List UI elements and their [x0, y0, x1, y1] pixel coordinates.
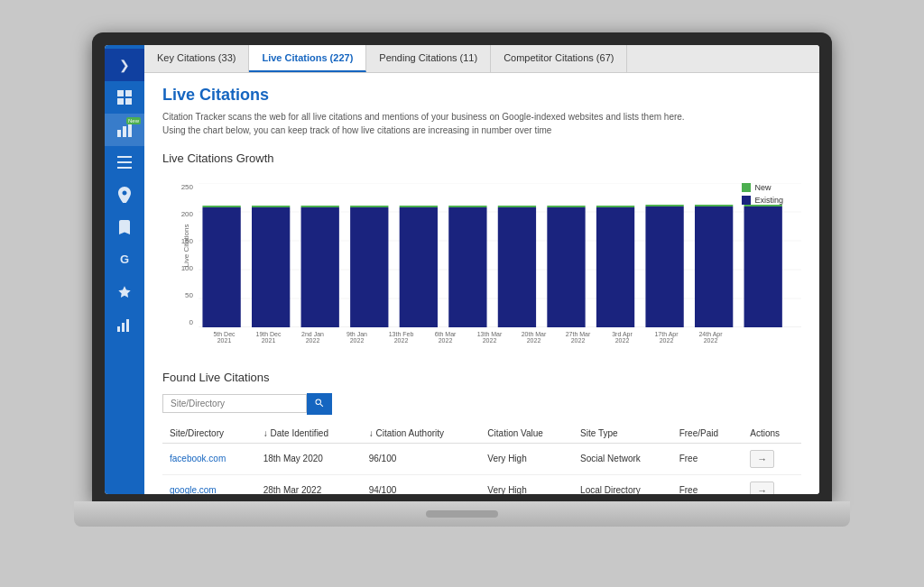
- page-title: Live Citations: [162, 86, 801, 105]
- svg-rect-27: [400, 207, 438, 327]
- screen-content: ❯: [105, 45, 819, 494]
- svg-rect-9: [117, 167, 132, 169]
- laptop-screen: ❯: [92, 32, 832, 501]
- svg-rect-26: [350, 206, 388, 207]
- svg-rect-38: [645, 205, 683, 206]
- sidebar-item-dashboard[interactable]: [105, 81, 144, 114]
- table-row: google.com 28th Mar 2022 94/100 Very Hig…: [162, 474, 801, 494]
- svg-rect-28: [400, 206, 438, 207]
- x-label-8: 27th Mar2022: [556, 331, 600, 344]
- y-label-200: 200: [181, 210, 193, 218]
- svg-rect-41: [744, 206, 782, 327]
- free-facebook: Free: [672, 443, 744, 474]
- action-button-google[interactable]: →: [750, 482, 774, 494]
- svg-rect-36: [596, 206, 634, 207]
- citations-table: Site/Directory ↓ Date Identified ↓ Citat…: [162, 424, 801, 494]
- authority-google: 94/100: [362, 474, 481, 494]
- value-google: Very High: [480, 474, 573, 494]
- list-icon: [116, 154, 133, 170]
- main-content: Key Citations (33) Live Citations (227) …: [144, 45, 819, 494]
- laptop-wrapper: ❯: [74, 32, 850, 555]
- y-label-250: 250: [181, 183, 193, 191]
- svg-rect-5: [123, 126, 126, 137]
- page-description: Citation Tracker scans the web for all l…: [162, 110, 686, 137]
- action-button-facebook[interactable]: →: [750, 450, 774, 468]
- tab-key-citations[interactable]: Key Citations (33): [144, 45, 249, 72]
- legend-new: New: [742, 183, 783, 192]
- svg-rect-22: [252, 206, 290, 207]
- svg-rect-35: [596, 207, 634, 327]
- sidebar-item-citations[interactable]: [105, 211, 144, 243]
- grid-icon: [116, 89, 133, 105]
- col-type: Site Type: [573, 424, 672, 444]
- legend-existing: Existing: [742, 196, 783, 205]
- sidebar-item-location[interactable]: [105, 179, 144, 211]
- chart-container: 250 200 150 100 50 0 Live Citations: [162, 174, 801, 353]
- table-header: Site/Directory ↓ Date Identified ↓ Citat…: [162, 424, 801, 444]
- chart-section-title: Live Citations Growth: [162, 151, 801, 165]
- svg-rect-20: [202, 206, 240, 207]
- sidebar: ❯: [105, 45, 144, 494]
- x-label-0: 5th Dec2021: [202, 331, 246, 344]
- laptop-base: [74, 501, 850, 527]
- site-link-google[interactable]: google.com: [162, 474, 256, 494]
- svg-rect-29: [448, 207, 486, 327]
- tab-live-citations[interactable]: Live Citations (227): [249, 45, 366, 72]
- authority-facebook: 96/100: [362, 443, 481, 474]
- chart-svg: [199, 183, 801, 327]
- svg-rect-12: [126, 319, 129, 332]
- type-google: Local Directory: [573, 474, 672, 494]
- x-label-4: 13th Feb2022: [379, 331, 423, 344]
- y-label-50: 50: [185, 291, 193, 299]
- free-google: Free: [672, 474, 744, 494]
- x-label-7: 20th Mar2022: [512, 331, 556, 344]
- sidebar-item-reviews[interactable]: [105, 276, 144, 308]
- svg-rect-21: [252, 207, 290, 327]
- action-facebook: →: [743, 443, 801, 474]
- tab-pending-citations[interactable]: Pending Citations (11): [366, 45, 491, 72]
- col-date[interactable]: ↓ Date Identified: [256, 424, 362, 444]
- svg-rect-23: [301, 207, 339, 327]
- svg-rect-19: [202, 207, 240, 327]
- col-site: Site/Directory: [162, 424, 256, 444]
- x-label-3: 9th Jan2022: [335, 331, 379, 344]
- value-facebook: Very High: [480, 443, 573, 474]
- svg-rect-11: [122, 323, 125, 332]
- svg-rect-4: [117, 130, 121, 137]
- page-body: Live Citations Citation Tracker scans th…: [144, 73, 819, 494]
- site-link-facebook[interactable]: facebook.com: [162, 443, 256, 474]
- chart-legend: New Existing: [742, 183, 783, 205]
- svg-rect-30: [448, 206, 486, 207]
- bookmark-icon: [116, 219, 133, 235]
- search-icon: [314, 398, 325, 408]
- svg-rect-24: [301, 206, 339, 207]
- svg-rect-34: [547, 206, 585, 207]
- chart-y-axis: 250 200 150 100 50 0: [162, 183, 199, 327]
- chevron-right-icon: ❯: [119, 58, 130, 72]
- search-button[interactable]: [307, 393, 332, 415]
- tab-competitor-citations[interactable]: Competitor Citations (67): [491, 45, 627, 72]
- svg-rect-2: [117, 98, 124, 105]
- sidebar-item-google[interactable]: G: [105, 243, 144, 276]
- col-free-paid: Free/Paid: [672, 424, 744, 444]
- sidebar-item-listings[interactable]: [105, 146, 144, 179]
- svg-rect-42: [744, 205, 782, 206]
- svg-rect-33: [547, 207, 585, 327]
- sidebar-toggle[interactable]: ❯: [105, 49, 144, 81]
- search-input[interactable]: [162, 394, 307, 413]
- x-label-2: 2nd Jan2022: [291, 331, 335, 344]
- svg-rect-32: [498, 206, 536, 207]
- sidebar-item-reports[interactable]: [105, 308, 144, 341]
- table-body: facebook.com 18th May 2020 96/100 Very H…: [162, 443, 801, 494]
- svg-rect-3: [125, 98, 132, 105]
- col-actions: Actions: [743, 424, 801, 444]
- chart-y-label: Live Citations: [182, 224, 190, 267]
- legend-new-box: [742, 183, 751, 192]
- search-row: [162, 393, 801, 415]
- svg-rect-39: [695, 206, 733, 327]
- sidebar-item-analytics[interactable]: New: [105, 114, 144, 146]
- star-icon: [116, 284, 133, 300]
- table-row: facebook.com 18th May 2020 96/100 Very H…: [162, 443, 801, 474]
- svg-rect-37: [645, 206, 683, 327]
- col-authority[interactable]: ↓ Citation Authority: [362, 424, 481, 444]
